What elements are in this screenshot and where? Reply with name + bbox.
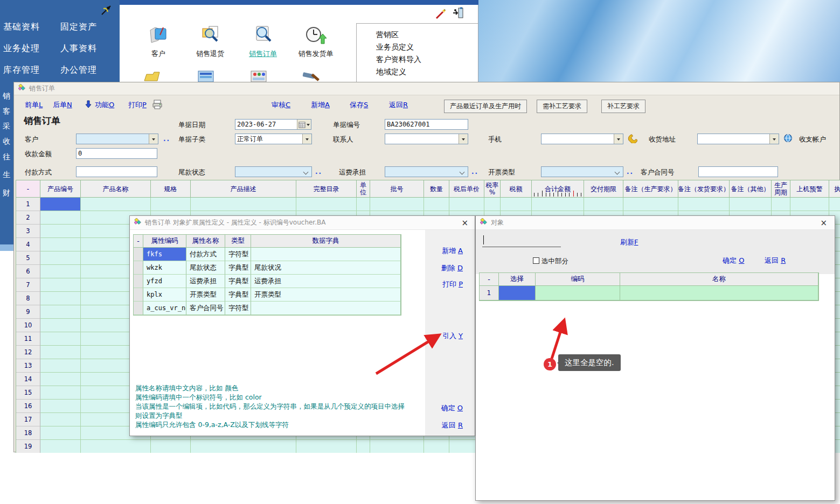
grid-cell[interactable] (790, 198, 829, 211)
grid-column-header[interactable]: 税额 (501, 180, 532, 198)
ok-button[interactable]: 确定 O (723, 256, 744, 265)
attr-name-cell[interactable]: 尾款状态 (186, 261, 225, 275)
grid-row-number[interactable]: 9 (16, 305, 40, 319)
col-header[interactable]: - (134, 235, 143, 248)
attr-type-cell[interactable]: 字典型 (225, 288, 251, 302)
grid-cell[interactable] (40, 440, 81, 453)
filter-input[interactable] (482, 233, 561, 247)
subtype-combo[interactable]: 正常订单 (235, 134, 312, 144)
grid-row-number[interactable]: 8 (16, 292, 40, 305)
grid-row-number[interactable]: 2 (16, 211, 40, 225)
sidebar-item-office[interactable]: 办公管理 (60, 65, 117, 76)
grid-row-number[interactable]: 13 (16, 359, 40, 373)
grid-cell[interactable] (40, 198, 81, 211)
need-process-requirement-button[interactable]: 需补工艺要求 (537, 100, 587, 113)
grid-row-number[interactable]: 19 (16, 440, 40, 453)
attr-name-cell[interactable]: 客户合同号 (186, 302, 225, 315)
grid-column-header[interactable]: - (16, 180, 40, 198)
col-header-name[interactable]: 名称 (620, 273, 818, 286)
attr-code-cell[interactable]: yfzd (143, 275, 186, 288)
next-doc-button[interactable]: 后单N (53, 100, 72, 110)
attr-name-cell[interactable]: 运费承担 (186, 275, 225, 288)
dropdown-arrow-icon[interactable] (302, 134, 311, 144)
sidebar-item-hr[interactable]: 人事资料 (60, 43, 117, 54)
grid-column-header[interactable]: 数量 (424, 180, 449, 198)
grid-column-header[interactable]: 备注（生产要求） (623, 180, 678, 198)
grid-cell[interactable] (40, 373, 81, 386)
attr-type-cell[interactable]: 字符型 (225, 302, 251, 315)
submenu-item-region[interactable]: 地域定义 (376, 67, 406, 77)
grid-column-header[interactable]: 生产周期 (772, 180, 790, 198)
grid-row-number[interactable]: 6 (16, 265, 40, 278)
dialog-titlebar[interactable]: 销售订单 对象扩展属性定义 - 属性定义 - 标识编号voucher.BA (130, 216, 475, 230)
grid-cell[interactable] (449, 198, 484, 211)
grid-cell[interactable] (584, 198, 623, 211)
sidebar-tab-partial[interactable]: 往 (3, 152, 10, 162)
grid-column-header[interactable]: 备注（发货要求） (678, 180, 730, 198)
attr-dict-cell[interactable] (251, 302, 401, 315)
sidebar-tab-partial[interactable]: 财 (3, 188, 10, 198)
sidebar-item-base-data[interactable]: 基础资料 (3, 22, 60, 33)
attr-dict-cell[interactable]: 尾款状况 (251, 261, 401, 275)
submenu-item-salesman[interactable]: 业务员定义 (376, 43, 414, 52)
balance-combo[interactable] (235, 166, 312, 177)
freight-lookup-button[interactable]: .. (471, 168, 478, 176)
balance-lookup-button[interactable]: .. (315, 168, 322, 176)
module-customer[interactable]: 客户 (133, 24, 184, 59)
module-sales-shipment[interactable]: 销售发货单 (290, 24, 342, 59)
window-titlebar[interactable]: 销售订单 (14, 82, 839, 95)
grid-row-number[interactable]: 17 (16, 413, 40, 426)
col-header-select[interactable]: 选择 (499, 273, 536, 286)
grid-column-header[interactable]: 规格 (151, 180, 191, 198)
attr-dict-cell[interactable]: 开票类型 (251, 288, 401, 302)
grid-row-number[interactable]: 1 (16, 198, 40, 211)
grid-cell[interactable] (191, 440, 296, 453)
grid-cell[interactable] (40, 292, 81, 305)
module-sales-return[interactable]: 销售退货 (184, 24, 236, 59)
select-cell[interactable] (499, 286, 536, 300)
grid-cell[interactable] (40, 400, 81, 413)
grid-column-header[interactable]: 产品名称 (81, 180, 151, 198)
grid-cell[interactable] (191, 198, 296, 211)
printer-icon[interactable] (152, 99, 163, 112)
col-header[interactable]: - (480, 273, 499, 286)
ok-button[interactable]: 确定 O (441, 403, 463, 413)
grid-cell[interactable] (772, 198, 790, 211)
col-header-code[interactable]: 属性编码 (143, 235, 186, 248)
sidebar-tab-partial[interactable]: 收 (3, 137, 10, 146)
submenu-item-customer-import[interactable]: 客户资料导入 (376, 55, 421, 65)
sidebar-tab-partial[interactable]: 采 (3, 122, 10, 131)
grid-row-number[interactable]: 15 (16, 386, 40, 400)
code-cell[interactable] (536, 286, 620, 300)
grid-cell[interactable] (370, 198, 424, 211)
grid-column-header[interactable]: 执 (829, 180, 840, 198)
grid-row-number[interactable]: 5 (16, 251, 40, 265)
grid-row-number[interactable]: 12 (16, 346, 40, 359)
grid-cell[interactable] (532, 198, 584, 211)
name-cell[interactable] (620, 286, 818, 300)
grid-row-number[interactable]: 14 (16, 373, 40, 386)
return-button[interactable]: 返回R (389, 100, 408, 110)
close-icon[interactable]: × (820, 218, 827, 228)
grid-cell[interactable] (623, 198, 678, 211)
grid-cell[interactable] (40, 426, 81, 440)
grid-cell[interactable] (484, 198, 501, 211)
grid-cell[interactable] (40, 211, 81, 225)
grid-row-number[interactable]: 18 (16, 426, 40, 440)
module-label[interactable]: 销售退货 (196, 49, 224, 59)
col-header-code[interactable]: 编码 (536, 273, 620, 286)
dropdown-arrow-icon[interactable] (459, 134, 468, 144)
grid-row-number[interactable]: 11 (16, 332, 40, 346)
doc-no-input[interactable]: BA230627001 (385, 119, 468, 130)
freight-combo[interactable] (385, 166, 468, 177)
attr-code-cell[interactable]: fkfs (143, 248, 186, 261)
module-label[interactable]: 客户 (151, 49, 165, 59)
grid-row-number[interactable]: 10 (16, 319, 40, 332)
sidebar-tab-partial[interactable]: 销 (3, 92, 10, 101)
dropdown-arrow-icon[interactable] (614, 134, 623, 144)
grid-cell[interactable] (357, 440, 370, 453)
grid-cell[interactable] (40, 359, 81, 373)
grid-column-header[interactable]: 税率% (484, 180, 501, 198)
grid-column-header[interactable]: 批号 (370, 180, 424, 198)
payment-input[interactable] (76, 166, 157, 177)
